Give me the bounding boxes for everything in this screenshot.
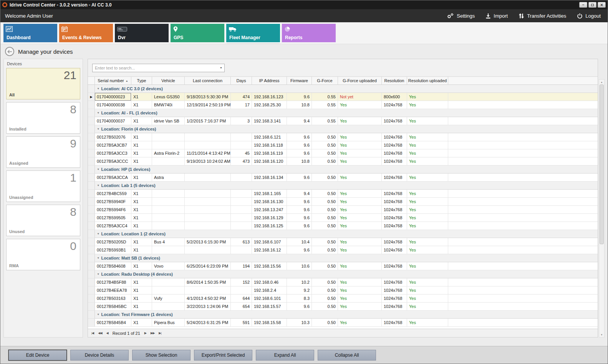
- cell-resolution_uploaded[interactable]: Yes: [407, 157, 448, 165]
- row-indicator-cell[interactable]: [88, 125, 95, 133]
- cell-days[interactable]: 474: [231, 93, 252, 101]
- table-row[interactable]: 00127B5A3CC4X1192.168.16.1259.60.50Yes10…: [88, 222, 598, 230]
- scroll-down-icon[interactable]: ▼: [599, 332, 604, 337]
- tab-reports[interactable]: Reports: [282, 24, 336, 42]
- cell-gforce[interactable]: 0.50: [312, 319, 338, 327]
- row-indicator-cell[interactable]: [88, 230, 95, 238]
- cell-ip[interactable]: 192.168.16.118: [252, 141, 287, 149]
- row-indicator-cell[interactable]: [88, 303, 95, 311]
- cell-gforce_uploaded[interactable]: Yes: [338, 319, 382, 327]
- cell-ip[interactable]: 192.168.16.123: [252, 93, 287, 101]
- cell-last_connection[interactable]: [185, 174, 231, 182]
- cell-resolution[interactable]: 1024x768: [382, 190, 407, 198]
- cell-serial[interactable]: 00127B4BC559: [95, 190, 131, 198]
- cell-last_connection[interactable]: 12/19/2014 2:50:19 PM: [185, 101, 231, 109]
- cell-last_connection[interactable]: 4/1/2013 4:50:32 PM: [185, 295, 231, 303]
- cell-firmware[interactable]: 9.4: [287, 117, 312, 125]
- cell-days[interactable]: [231, 222, 252, 230]
- column-header-serial-number[interactable]: Serial number ▲: [95, 77, 131, 84]
- row-indicator-cell[interactable]: [88, 198, 95, 206]
- table-row[interactable]: ▶017040000023X1Lexus GS3509/18/2013 5:30…: [88, 93, 598, 101]
- cell-serial[interactable]: 00127B4B5F88: [95, 278, 131, 286]
- cell-last_connection[interactable]: [185, 222, 231, 230]
- cell-type[interactable]: X1: [131, 319, 152, 327]
- tab-fleet-manager[interactable]: Fleet Manager: [226, 24, 280, 42]
- cell-type[interactable]: X1: [131, 278, 152, 286]
- cell-serial[interactable]: 00127B584608: [95, 262, 131, 270]
- table-row[interactable]: 00127B599505X1192.168.16.1299.60.50Yes10…: [88, 214, 598, 222]
- cell-resolution[interactable]: 1024x768: [382, 319, 407, 327]
- export-print-selected-button[interactable]: Export/Print Selected: [194, 350, 252, 361]
- cell-serial[interactable]: 00127B502076: [95, 133, 131, 141]
- group-collapse-icon[interactable]: ▾: [98, 87, 99, 90]
- back-button[interactable]: [5, 47, 14, 56]
- row-indicator-cell[interactable]: [88, 141, 95, 149]
- cell-type[interactable]: X1: [131, 295, 152, 303]
- collapse-all-button[interactable]: Collapse All: [318, 350, 376, 361]
- cell-serial[interactable]: 00127B599505: [95, 214, 131, 222]
- group-collapse-icon[interactable]: ▾: [98, 111, 99, 114]
- prev-page-button[interactable]: ◀◀: [98, 331, 102, 335]
- group-row[interactable]: ▾Location: AI CC 3.0 (2 devices): [88, 85, 598, 93]
- cell-firmware[interactable]: 10.3: [287, 319, 312, 327]
- search-input[interactable]: [93, 66, 218, 70]
- cell-gforce[interactable]: 0.55: [312, 93, 338, 101]
- cell-serial[interactable]: 017040000038: [95, 101, 131, 109]
- cell-ip[interactable]: 192.168.16.120: [252, 157, 287, 165]
- table-row[interactable]: 00127B502076X1192.168.6.1219.60.50Yes102…: [88, 133, 598, 141]
- last-record-button[interactable]: ▶|: [159, 331, 161, 335]
- cell-resolution_uploaded[interactable]: Yes: [407, 133, 448, 141]
- table-row[interactable]: 00127B59940FX1192.168.16.1309.60.50Yes10…: [88, 198, 598, 206]
- tab-dvr[interactable]: Dvr: [115, 24, 169, 42]
- cell-firmware[interactable]: 9.6: [287, 198, 312, 206]
- cell-ip[interactable]: 192.168.6.121: [252, 133, 287, 141]
- cell-serial[interactable]: 00127B50205D: [95, 238, 131, 246]
- cell-type[interactable]: X1: [131, 117, 152, 125]
- cell-resolution_uploaded[interactable]: Yes: [407, 222, 448, 230]
- cell-gforce[interactable]: 0.50: [312, 133, 338, 141]
- cell-last_connection[interactable]: 5/2/2013 6:15:30 PM: [185, 238, 231, 246]
- cell-gforce[interactable]: 0.50: [312, 278, 338, 286]
- cell-type[interactable]: X1: [131, 303, 152, 311]
- cell-type[interactable]: X1: [131, 174, 152, 182]
- cell-last_connection[interactable]: [185, 133, 231, 141]
- cell-resolution_uploaded[interactable]: Yes: [407, 214, 448, 222]
- table-row[interactable]: 00127B5993B1X1192.168.16.129.60.50Yes102…: [88, 246, 598, 254]
- transfer-activities-button[interactable]: Transfer Activities: [519, 13, 566, 19]
- dropdown-arrow-icon[interactable]: ▼: [218, 66, 224, 69]
- cell-last_connection[interactable]: 9/19/2013 10:24:02 AM: [185, 157, 231, 165]
- cell-vehicle[interactable]: Pipera Bus: [152, 319, 185, 327]
- row-indicator-cell[interactable]: [88, 295, 95, 303]
- cell-type[interactable]: X1: [131, 93, 152, 101]
- column-header-firmware[interactable]: Firmware: [287, 77, 312, 84]
- cell-resolution_uploaded[interactable]: Yes: [407, 141, 448, 149]
- cell-gforce_uploaded[interactable]: Yes: [338, 295, 382, 303]
- settings-button[interactable]: Settings: [446, 13, 475, 19]
- row-indicator-cell[interactable]: [88, 157, 95, 165]
- cell-ip[interactable]: 192.168.25.30: [252, 101, 287, 109]
- cell-type[interactable]: X1: [131, 222, 152, 230]
- cell-gforce[interactable]: 0.50: [312, 238, 338, 246]
- cell-vehicle[interactable]: BMW740i: [152, 101, 185, 109]
- cell-serial[interactable]: 00127B4EEA78: [95, 286, 131, 295]
- cell-vehicle[interactable]: [152, 133, 185, 141]
- row-indicator-cell[interactable]: [88, 206, 95, 214]
- cell-gforce[interactable]: 0.50: [312, 262, 338, 270]
- cell-days[interactable]: 45: [231, 149, 252, 157]
- tab-dashboard[interactable]: Dashboard: [3, 24, 57, 42]
- cell-resolution[interactable]: 1024x768: [382, 141, 407, 149]
- expand-all-button[interactable]: Expand All: [256, 350, 314, 361]
- cell-gforce[interactable]: 0.50: [312, 286, 338, 295]
- cell-serial[interactable]: 00127B5A3CB7: [95, 141, 131, 149]
- maximize-button[interactable]: [588, 2, 596, 8]
- cell-firmware[interactable]: 9.6: [287, 133, 312, 141]
- cell-serial[interactable]: 00127B5A3CCA: [95, 174, 131, 182]
- cell-vehicle[interactable]: [152, 286, 185, 295]
- table-row[interactable]: 017040000038X1BMW740i12/19/2014 2:50:19 …: [88, 101, 598, 109]
- cell-days[interactable]: 3: [231, 117, 252, 125]
- cell-vehicle[interactable]: [152, 214, 185, 222]
- show-selection-button[interactable]: Show Selection: [132, 350, 191, 361]
- cell-type[interactable]: X1: [131, 141, 152, 149]
- cell-gforce[interactable]: 0.50: [312, 206, 338, 214]
- cell-last_connection[interactable]: 11/21/2014 4:13:42 PM: [185, 149, 231, 157]
